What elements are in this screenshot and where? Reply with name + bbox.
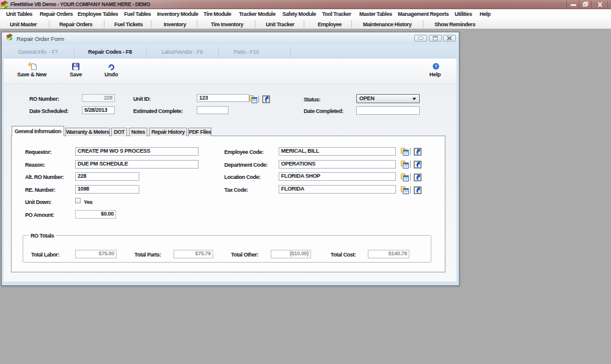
svg-text:?: ? (434, 64, 437, 69)
